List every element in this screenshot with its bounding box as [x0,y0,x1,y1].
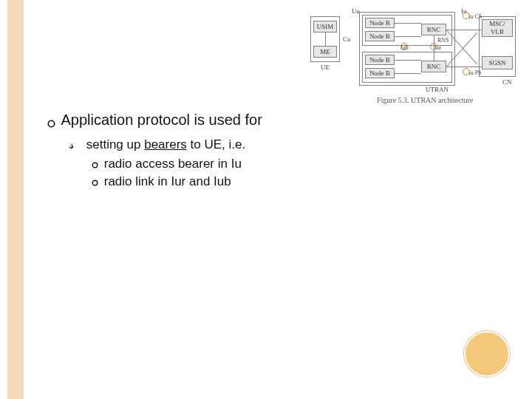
svg-point-0 [48,120,54,126]
me-box: ME [313,46,337,58]
bullet-icon [89,173,100,191]
bullet-level-1: Application protocol is used for [44,109,340,132]
svg-point-1 [92,163,98,168]
l3b-text: radio link in Iur and Iub [104,174,231,188]
l2-pre: setting up [86,137,144,151]
svg-point-2 [92,180,98,185]
accent-stripe [7,0,24,399]
slide-text: Application protocol is used for 𝓈 setti… [44,109,340,191]
l1-text: Application protocol is used for [61,112,262,128]
rnc-bot: RNC [421,61,446,72]
msc-box: MSC/ VLR [482,19,513,37]
iub-line-b2 [395,73,421,74]
bullet-level-3: radio link in Iur and Iub [89,173,340,191]
nodeb-top-1: Node B [365,18,395,28]
l2-post: to UE, i.e. [187,137,245,151]
utran-label: UTRAN [426,86,449,93]
bullet-icon [89,155,100,173]
l2-underlined: bearers [144,137,187,151]
ue-label: UE [321,64,330,71]
iub-line-t2 [395,36,421,37]
usim-box: USIM [313,21,337,33]
l3a-text: radio access bearer in Iu [104,157,242,171]
iub-marker [400,43,408,50]
cn-label: CN [502,78,512,86]
iur-marker [430,43,437,50]
iucs-line [446,30,482,30]
bullet-icon [44,111,58,132]
nodeb-bot-1: Node B [365,55,395,65]
iub-line-t1 [395,23,421,24]
nodeb-top-2: Node B [365,31,395,41]
diagram-caption: Figure 5.3. UTRAN architecture [377,96,473,104]
cu-label: Cu [343,35,351,43]
script-bullet-icon: 𝓈 [69,136,83,154]
iups-marker [463,68,470,75]
bullet-level-2: 𝓈 setting up bearers to UE, i.e. [69,136,340,154]
iucs-label: Iu CS [468,13,482,20]
cu-line [325,33,326,46]
rnc-top: RNC [421,24,446,35]
iub-line-b1 [395,60,421,61]
iucs-marker [463,12,470,19]
iups-line [446,66,482,67]
nodeb-bot-2: Node B [365,68,395,78]
rns-label-top: RNS [437,37,449,44]
bullet-level-3: radio access bearer in Iu [89,155,340,173]
iups-text: Iu PS [468,69,482,76]
sgsn-box: SGSN [482,56,513,69]
decorative-circle-icon [464,331,510,377]
utran-architecture-diagram: USIM ME Cu UE Uu Node B Node B RNC RNS N… [310,6,517,109]
iups-label: Iu PS [468,69,482,76]
iucs-text: Iu CS [468,13,482,20]
